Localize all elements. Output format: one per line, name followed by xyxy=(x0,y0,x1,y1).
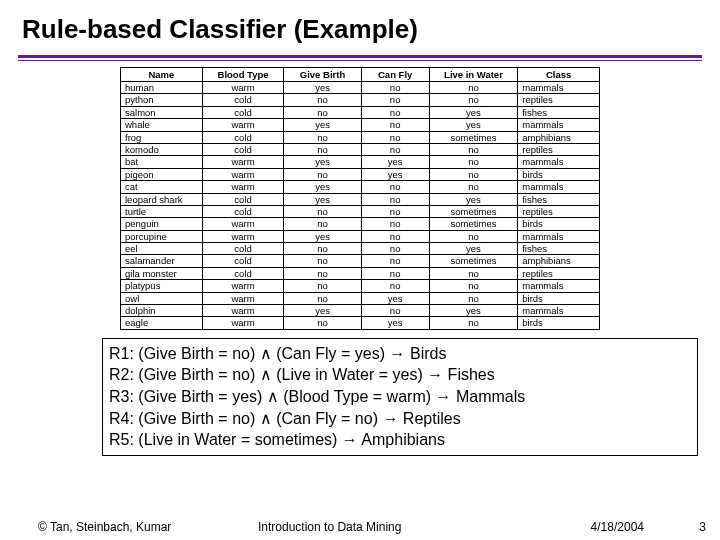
table-cell: yes xyxy=(284,305,361,317)
table-cell: no xyxy=(284,317,361,329)
rule-line: R2: (Give Birth = no) ∧ (Live in Water =… xyxy=(109,364,691,386)
data-table: NameBlood TypeGive BirthCan FlyLive in W… xyxy=(120,67,600,330)
table-cell: eel xyxy=(121,243,203,255)
table-row: eaglewarmnoyesnobirds xyxy=(121,317,600,329)
table-cell: no xyxy=(429,181,518,193)
table-cell: pigeon xyxy=(121,168,203,180)
table-cell: no xyxy=(429,280,518,292)
table-cell: cold xyxy=(202,205,284,217)
table-cell: porcupine xyxy=(121,230,203,242)
table-cell: warm xyxy=(202,280,284,292)
table-cell: reptiles xyxy=(518,94,600,106)
table-cell: yes xyxy=(284,156,361,168)
table-cell: no xyxy=(284,280,361,292)
footer-date: 4/18/2004 xyxy=(508,520,686,534)
slide-title: Rule-based Classifier (Example) xyxy=(0,0,720,49)
table-cell: warm xyxy=(202,305,284,317)
table-cell: yes xyxy=(361,156,429,168)
table-cell: dolphin xyxy=(121,305,203,317)
table-cell: birds xyxy=(518,218,600,230)
table-cell: no xyxy=(361,131,429,143)
table-cell: yes xyxy=(361,168,429,180)
table-row: penguinwarmnonosometimesbirds xyxy=(121,218,600,230)
table-cell: gila monster xyxy=(121,267,203,279)
table-cell: cold xyxy=(202,94,284,106)
footer-copyright: © Tan, Steinbach, Kumar xyxy=(38,520,258,534)
table-cell: mammals xyxy=(518,181,600,193)
table-cell: yes xyxy=(284,193,361,205)
table-cell: warm xyxy=(202,119,284,131)
table-cell: no xyxy=(284,131,361,143)
footer: © Tan, Steinbach, Kumar Introduction to … xyxy=(0,520,720,534)
table-cell: turtle xyxy=(121,205,203,217)
table-row: pigeonwarmnoyesnobirds xyxy=(121,168,600,180)
table-cell: no xyxy=(361,119,429,131)
table-cell: warm xyxy=(202,218,284,230)
table-row: salamandercoldnonosometimesamphibians xyxy=(121,255,600,267)
table-row: gila monstercoldnononoreptiles xyxy=(121,267,600,279)
table-cell: cold xyxy=(202,255,284,267)
table-cell: no xyxy=(361,143,429,155)
table-cell: no xyxy=(284,94,361,106)
table-cell: salamander xyxy=(121,255,203,267)
footer-page: 3 xyxy=(686,520,706,534)
table-header: Class xyxy=(518,68,600,82)
table-row: catwarmyesnonomammals xyxy=(121,181,600,193)
table-row: pythoncoldnononoreptiles xyxy=(121,94,600,106)
rule-line: R4: (Give Birth = no) ∧ (Can Fly = no) →… xyxy=(109,408,691,430)
table-cell: no xyxy=(284,106,361,118)
table-cell: no xyxy=(361,193,429,205)
table-cell: reptiles xyxy=(518,143,600,155)
table-row: batwarmyesyesnomammals xyxy=(121,156,600,168)
table-cell: mammals xyxy=(518,119,600,131)
table-cell: no xyxy=(284,243,361,255)
table-cell: warm xyxy=(202,181,284,193)
table-cell: cat xyxy=(121,181,203,193)
table-cell: mammals xyxy=(518,230,600,242)
table-row: humanwarmyesnonomammals xyxy=(121,82,600,94)
table-cell: cold xyxy=(202,106,284,118)
table-cell: no xyxy=(429,156,518,168)
table-cell: yes xyxy=(429,193,518,205)
table-cell: mammals xyxy=(518,82,600,94)
table-cell: no xyxy=(284,205,361,217)
table-cell: komodo xyxy=(121,143,203,155)
table-cell: yes xyxy=(429,243,518,255)
table-cell: birds xyxy=(518,292,600,304)
table-cell: eagle xyxy=(121,317,203,329)
table-cell: no xyxy=(429,82,518,94)
table-cell: cold xyxy=(202,193,284,205)
table-cell: no xyxy=(361,305,429,317)
table-cell: sometimes xyxy=(429,205,518,217)
rule-line: R3: (Give Birth = yes) ∧ (Blood Type = w… xyxy=(109,386,691,408)
table-row: porcupinewarmyesnonomammals xyxy=(121,230,600,242)
table-cell: cold xyxy=(202,143,284,155)
table-cell: no xyxy=(429,94,518,106)
table-cell: salmon xyxy=(121,106,203,118)
table-header: Can Fly xyxy=(361,68,429,82)
data-table-container: NameBlood TypeGive BirthCan FlyLive in W… xyxy=(120,67,600,330)
table-cell: amphibians xyxy=(518,131,600,143)
table-cell: no xyxy=(429,168,518,180)
table-cell: no xyxy=(429,230,518,242)
table-cell: no xyxy=(361,243,429,255)
table-cell: warm xyxy=(202,82,284,94)
table-cell: no xyxy=(429,143,518,155)
title-underline xyxy=(18,55,702,61)
table-header: Live in Water xyxy=(429,68,518,82)
table-row: salmoncoldnonoyesfishes xyxy=(121,106,600,118)
table-header: Blood Type xyxy=(202,68,284,82)
table-header: Give Birth xyxy=(284,68,361,82)
table-cell: reptiles xyxy=(518,267,600,279)
table-cell: no xyxy=(429,267,518,279)
table-cell: warm xyxy=(202,317,284,329)
table-cell: no xyxy=(361,255,429,267)
table-cell: penguin xyxy=(121,218,203,230)
table-cell: no xyxy=(429,292,518,304)
table-row: whalewarmyesnoyesmammals xyxy=(121,119,600,131)
table-cell: yes xyxy=(429,119,518,131)
table-cell: no xyxy=(284,267,361,279)
rule-line: R5: (Live in Water = sometimes) → Amphib… xyxy=(109,429,691,451)
table-cell: owl xyxy=(121,292,203,304)
table-cell: sometimes xyxy=(429,255,518,267)
